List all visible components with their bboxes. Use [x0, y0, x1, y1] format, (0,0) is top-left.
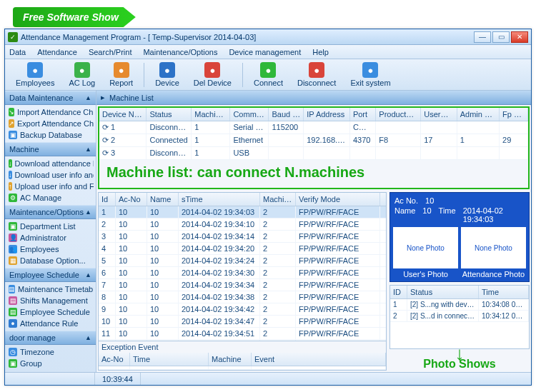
col-header[interactable]: Device Name: [99, 108, 147, 121]
attendance-row[interactable]: 1110102014-04-02 19:34:512FP/PW/RF/FACE: [99, 328, 386, 340]
col-header[interactable]: Verify Mode: [296, 193, 380, 206]
toolbar-report[interactable]: ●Report: [103, 60, 139, 89]
sidebar-item[interactable]: ▤Shifts Management: [7, 295, 94, 306]
cell: 2: [260, 231, 296, 242]
attendance-row[interactable]: 810102014-04-02 19:34:382FP/PW/RF/FACE: [99, 291, 386, 303]
sidebar-item[interactable]: ▣Group: [7, 358, 94, 369]
attendance-row[interactable]: 510102014-04-02 19:34:242FP/PW/RF/FACE: [99, 255, 386, 267]
col-header[interactable]: Machine: [209, 353, 252, 366]
panel-maintenance-options[interactable]: Maintenance/Options▲: [5, 205, 96, 219]
sidebar-item[interactable]: ↗Export Attendance Checking ...: [7, 118, 94, 129]
minimize-button[interactable]: —: [474, 31, 491, 43]
machine-row[interactable]: ⟳ 2Connected1Ethernet192.168.1.2014370F8…: [99, 134, 528, 147]
sidebar-item[interactable]: ▤Maintenance Timetables: [7, 283, 94, 295]
maximize-button[interactable]: ▭: [492, 31, 510, 43]
report-icon: ●: [114, 62, 129, 78]
sidebar-item[interactable]: ↓Download user info and Fp: [7, 169, 94, 181]
close-button[interactable]: ✕: [511, 31, 528, 43]
attendance-row[interactable]: 210102014-04-02 19:34:102FP/PW/RF/FACE: [99, 218, 386, 231]
sidebar-item[interactable]: ▤Employee Schedule: [7, 306, 94, 318]
cell: 10: [147, 303, 179, 315]
cell: [304, 121, 350, 134]
toolbar-connect[interactable]: ●Connect: [247, 60, 289, 89]
col-header[interactable]: Status: [407, 286, 479, 298]
menu-data[interactable]: Data: [9, 48, 26, 56]
attendance-row[interactable]: 310102014-04-02 19:34:142FP/PW/RF/FACE: [99, 231, 386, 243]
toolbar-employees[interactable]: ●Employees: [9, 60, 61, 89]
col-header[interactable]: Event: [252, 353, 386, 366]
attendance-row[interactable]: 910102014-04-02 19:34:422FP/PW/RF/FACE: [99, 303, 386, 316]
sidebar-item[interactable]: ↓Download attendance logs: [7, 158, 94, 169]
col-header[interactable]: Admin Count: [457, 108, 500, 121]
toolbar-label: Employees: [16, 79, 54, 87]
col-header[interactable]: MachineNo.: [192, 108, 230, 121]
col-header[interactable]: Id: [99, 193, 116, 206]
sidebar-item[interactable]: ▣Backup Database: [7, 129, 94, 141]
cell: 2014-04-02 19:34:10: [179, 218, 260, 230]
toolbar-del-device[interactable]: ●Del Device: [187, 60, 238, 89]
col-header[interactable]: sTime: [179, 193, 260, 206]
cell: Disconnected: [147, 121, 192, 134]
machine-grid[interactable]: Device NameStatusMachineNo.Comm.typeBaud…: [99, 108, 528, 160]
menu-device-management[interactable]: Device management: [229, 48, 301, 56]
menu-search-print[interactable]: Search/Print: [89, 48, 132, 56]
status-row[interactable]: 1[2] S...ng with device,pl10:34:08 04-03: [390, 299, 529, 311]
col-header[interactable]: Baud Rate: [269, 108, 304, 121]
col-header[interactable]: Name: [147, 193, 179, 206]
cell: [457, 121, 500, 134]
col-header[interactable]: Time: [130, 353, 209, 366]
col-header[interactable]: Machine: [260, 193, 296, 206]
exception-grid[interactable]: Ac-NoTimeMachineEvent: [99, 353, 386, 370]
attendance-row[interactable]: 610102014-04-02 19:34:302FP/PW/RF/FACE: [99, 267, 386, 279]
attendance-row[interactable]: 710102014-04-02 19:34:342FP/PW/RF/FACE: [99, 279, 386, 291]
toolbar-disconnect[interactable]: ●Disconnect: [291, 60, 342, 89]
attendance-row[interactable]: 1010102014-04-02 19:34:472FP/PW/RF/FACE: [99, 316, 386, 328]
status-grid[interactable]: IDStatusTime 1[2] S...ng with device,pl1…: [389, 285, 530, 349]
col-header[interactable]: IP Address: [304, 108, 350, 121]
panel-employee-schedule[interactable]: Employee Schedule▲: [5, 268, 96, 282]
menu-help[interactable]: Help: [312, 48, 329, 56]
machine-row[interactable]: ⟳ 3Disconnected1USB: [99, 147, 528, 160]
sidebar-item[interactable]: 👥Employees: [7, 243, 94, 255]
sidebar-item[interactable]: ▣Department List: [7, 221, 94, 232]
cell: 10: [147, 243, 179, 254]
panel-door-manage[interactable]: door manage▲: [5, 331, 96, 345]
machine-row[interactable]: ⟳ 1Disconnected1Serial Port/...115200COM…: [99, 121, 528, 134]
sidebar-item[interactable]: ▦Database Option...: [7, 255, 94, 266]
sidebar-item[interactable]: 👤Administrator: [7, 232, 94, 243]
sidebar-item[interactable]: ⚙AC Manage: [7, 192, 94, 203]
col-header[interactable]: UserCount: [421, 108, 457, 121]
menu-maintenance-options[interactable]: Maintenance/Options: [143, 48, 217, 56]
cell: 10: [147, 316, 179, 327]
col-header[interactable]: ProductName: [376, 108, 421, 121]
sidebar-item[interactable]: ◷Timezone: [7, 346, 94, 358]
toolbar-exit-system[interactable]: ●Exit system: [344, 60, 397, 89]
status-row[interactable]: 2[2] S...d in connecting wi10:34:12 04-0…: [390, 311, 529, 322]
panel-machine[interactable]: Machine▲: [5, 142, 96, 156]
cell: 2: [99, 218, 116, 230]
attendance-row[interactable]: 110102014-04-02 19:34:032FP/PW/RF/FACE: [99, 206, 386, 218]
sidebar-item[interactable]: ↘Import Attendance Checking ...: [7, 106, 94, 118]
cell: 10: [147, 218, 179, 230]
col-header[interactable]: ID: [390, 286, 407, 298]
cell: [500, 147, 528, 159]
panel-data-maintenance[interactable]: Data Maintenance▲: [5, 91, 96, 105]
app-window: ✓ Attendance Management Program - [ Temp…: [4, 29, 532, 386]
toolbar-device[interactable]: ●Device: [149, 60, 186, 89]
cell: 1: [192, 147, 230, 159]
toolbar-ac-log[interactable]: ●AC Log: [62, 60, 101, 89]
sidebar-item[interactable]: ●Attendance Rule: [7, 318, 94, 329]
col-header[interactable]: Time: [479, 286, 529, 298]
col-header[interactable]: Ac-No: [99, 353, 130, 366]
chevron-right-icon[interactable]: ▸: [101, 93, 105, 102]
col-header[interactable]: Status: [147, 108, 192, 121]
attendance-grid[interactable]: IdAc-NoNamesTimeMachineVerify Mode 11010…: [99, 193, 386, 341]
attendance-row[interactable]: 410102014-04-02 19:34:202FP/PW/RF/FACE: [99, 243, 386, 255]
cell: 2: [260, 267, 296, 278]
col-header[interactable]: Comm.type: [230, 108, 269, 121]
sidebar-item[interactable]: ↑Upload user info and FP: [7, 181, 94, 192]
col-header[interactable]: Fp Count: [500, 108, 528, 121]
col-header[interactable]: Ac-No: [116, 193, 147, 206]
menu-attendance[interactable]: Attendance: [37, 48, 77, 56]
col-header[interactable]: Port: [350, 108, 376, 121]
